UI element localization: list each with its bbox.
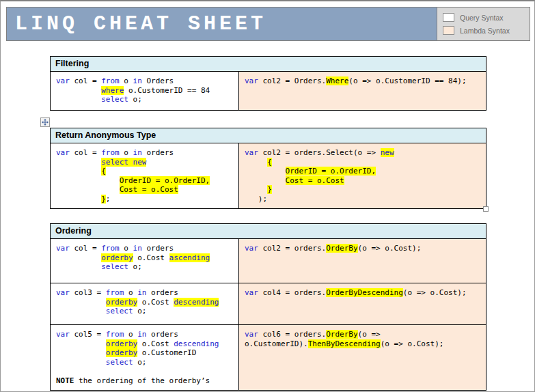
section-title: Filtering [50,56,486,72]
lambda-syntax-cell[interactable]: var col2 = Orders.Where(o => o.CustomerI… [239,72,486,110]
code-segment: NOTE [56,376,74,385]
code-segment: the ordering of the orderby’s [74,376,210,385]
code-segment: col2 = Orders. [258,76,326,85]
code-segment: var [56,244,70,253]
code-segment: col4 = orders. [258,288,326,297]
code-segment: var [56,330,70,339]
example-row: var col5 = from o in orders orderby o.Co… [50,325,486,391]
code-segment: var [245,244,258,253]
query-syntax-cell[interactable]: var col = from o in orders orderby o.Cos… [51,239,239,283]
lambda-code: var col4 = orders.OrderByDescending(o =>… [245,288,480,298]
lambda-code: var col2 = Orders.Where(o => o.CustomerI… [245,76,480,86]
code-segment: from [106,288,124,297]
code-segment: (o => o.CustomerID == 84); [348,76,466,85]
query-code: var col = from o in orders orderby o.Cos… [56,244,233,272]
code-segment: OrderID = o.OrderID, [286,167,376,176]
code-segment [56,339,106,348]
table-move-handle-icon[interactable] [40,117,50,127]
code-segment: orders [142,148,174,157]
code-segment: orders [142,244,174,253]
query-syntax-swatch [443,13,454,22]
code-segment: where [101,86,124,95]
code-segment: o [120,244,133,253]
code-segment [245,176,286,185]
code-segment: o; [128,95,142,104]
code-segment [56,185,120,194]
lambda-syntax-cell[interactable]: var col2 = orders.OrderBy(o => o.Cost); [239,239,486,283]
code-segment: orderby [106,339,137,348]
code-segment [56,253,101,262]
code-segment: (o => o.Cost); [358,244,422,253]
code-segment: { [101,167,106,176]
section-ordering: Ordering var col = from o in orders orde… [50,223,486,392]
example-row: var col = from o in orders select new { … [50,143,486,209]
code-segment: var [245,148,258,157]
code-segment: OrderBy [326,330,357,339]
code-segment: o [120,148,133,157]
code-segment: } [101,195,106,204]
code-segment: } [267,185,272,194]
code-segment: in [137,288,146,297]
code-segment: var [245,76,258,85]
code-segment: { [267,158,272,167]
code-segment [56,358,106,367]
code-segment: select [101,262,128,271]
code-segment: (o => o.Cost); [403,288,467,297]
code-segment: col6 = orders. [258,330,326,339]
code-segment: orders [146,288,178,297]
code-segment: o [124,288,137,297]
code-segment: o; [133,307,147,316]
code-segment: from [101,244,120,253]
code-segment: o; [133,358,147,367]
code-segment: var [56,76,70,85]
lambda-syntax-cell[interactable]: var col4 = orders.OrderByDescending(o =>… [239,283,486,324]
code-segment [56,195,101,204]
move-arrows-icon [42,119,49,126]
code-segment: ThenByDescending [308,339,381,348]
code-segment: var [56,288,70,297]
header: LINQ CHEAT SHEET Query Syntax Lambda Syn… [6,7,530,41]
query-syntax-cell[interactable]: var col3 = from o in orders orderby o.Co… [51,283,239,324]
code-segment [56,262,101,271]
table-resize-handle[interactable] [483,206,489,212]
code-segment: o.Cost [137,298,174,307]
code-segment: o.CustomerID == 84 [124,86,210,95]
document-page: LINQ CHEAT SHEET Query Syntax Lambda Syn… [0,0,535,392]
code-segment [245,185,267,194]
code-segment: OrderID = o.OrderID, [120,176,210,185]
code-segment: col5 = [70,330,106,339]
code-segment: from [106,330,124,339]
legend-item-query: Query Syntax [443,13,524,22]
code-segment: ascending [169,253,210,262]
code-segment: col3 = [70,288,106,297]
query-syntax-cell[interactable]: var col = from o in Orders where o.Custo… [51,72,239,110]
lambda-code: var col2 = orders.Select(o => new { Orde… [245,148,480,204]
code-segment: orderby [106,298,137,307]
code-segment: select [106,307,133,316]
code-segment: new [381,148,394,157]
query-syntax-cell[interactable]: var col5 = from o in orders orderby o.Co… [51,325,239,390]
code-segment: OrderBy [326,244,357,253]
syntax-legend: Query Syntax Lambda Syntax [437,8,530,40]
code-segment: in [137,330,146,339]
code-segment: col = [70,244,101,253]
code-segment: OrderByDescending [326,288,403,297]
lambda-syntax-cell[interactable]: var col6 = orders.OrderBy(o => o.Custome… [239,325,486,390]
code-segment: ; [106,195,111,204]
code-segment: o; [128,262,142,271]
lambda-syntax-cell[interactable]: var col2 = orders.Select(o => new { Orde… [239,143,486,208]
lambda-code: var col2 = orders.OrderBy(o => o.Cost); [245,244,480,253]
code-segment: in [133,244,142,253]
code-segment: (o => [358,330,381,339]
legend-item-lambda: Lambda Syntax [443,26,524,35]
code-segment: Where [326,76,348,85]
code-segment: from [101,148,120,157]
code-segment: select [101,95,128,104]
legend-label: Lambda Syntax [460,27,510,35]
code-segment: select new [101,158,146,167]
code-segment: o.Cost [137,339,174,348]
query-syntax-cell[interactable]: var col = from o in orders select new { … [51,143,239,208]
lambda-code: var col6 = orders.OrderBy(o => o.Custome… [245,330,480,348]
code-segment: var [56,148,70,157]
code-segment [56,158,101,167]
